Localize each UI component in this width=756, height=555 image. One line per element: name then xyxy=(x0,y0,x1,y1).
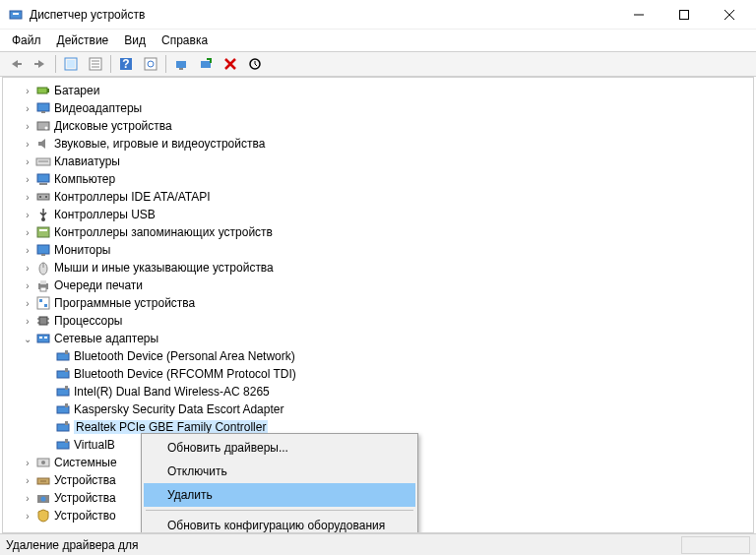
svg-rect-1 xyxy=(13,13,19,15)
menu-view[interactable]: Вид xyxy=(116,31,154,49)
help-button[interactable]: ? xyxy=(114,53,138,75)
expander-icon[interactable]: › xyxy=(21,511,34,522)
tree-device[interactable]: Bluetooth Device (RFCOMM Protocol TDI) xyxy=(11,365,753,383)
category-label: Программные устройства xyxy=(54,296,195,310)
menu-help[interactable]: Справка xyxy=(154,31,216,49)
hid-icon xyxy=(35,472,51,488)
expander-icon[interactable]: › xyxy=(21,156,34,167)
category-label: Мыши и иные указывающие устройства xyxy=(54,261,274,275)
expander-icon[interactable]: › xyxy=(21,86,34,96)
tree-category[interactable]: ›Программные устройства xyxy=(11,294,753,312)
expander-icon[interactable]: › xyxy=(21,210,34,220)
netcard-icon xyxy=(55,348,71,364)
svg-rect-61 xyxy=(65,368,68,372)
show-hidden-button[interactable] xyxy=(59,53,83,75)
tree-category[interactable]: ›Контроллеры запоминающих устройств xyxy=(11,223,753,241)
context-menu-item[interactable]: Обновить драйверы... xyxy=(144,436,415,460)
tree-category[interactable]: ›Контроллеры USB xyxy=(11,206,753,223)
context-menu-item[interactable]: Отключить xyxy=(144,460,415,483)
tree-category[interactable]: ›Батареи xyxy=(11,82,753,99)
app-icon xyxy=(8,7,24,23)
category-label: Видеоадаптеры xyxy=(54,101,142,115)
device-label: VirtualB xyxy=(74,438,115,452)
svg-rect-62 xyxy=(57,389,69,396)
context-menu-item[interactable]: Удалить xyxy=(144,483,415,507)
properties-button[interactable] xyxy=(84,53,107,75)
expander-icon[interactable]: › xyxy=(21,298,34,309)
tree-category[interactable]: ›Видеоадаптеры xyxy=(11,99,753,117)
category-label: Очереди печати xyxy=(54,278,143,292)
svg-rect-19 xyxy=(179,68,183,70)
disable-button[interactable] xyxy=(194,53,218,75)
expander-icon[interactable]: › xyxy=(21,245,34,256)
minimize-button[interactable] xyxy=(616,0,662,30)
expander-icon[interactable]: › xyxy=(21,316,34,327)
device-label: Intel(R) Dual Band Wireless-AC 8265 xyxy=(74,385,270,399)
svg-point-35 xyxy=(39,196,41,198)
tree-device[interactable]: Kaspersky Security Data Escort Adapter xyxy=(11,401,753,418)
update-driver-button[interactable] xyxy=(169,53,193,75)
expander-icon[interactable]: › xyxy=(21,263,34,274)
expander-icon[interactable]: › xyxy=(21,192,34,203)
maximize-button[interactable] xyxy=(662,0,707,30)
category-label: Контроллеры запоминающих устройств xyxy=(54,225,273,239)
device-label: Bluetooth Device (Personal Area Network) xyxy=(74,349,295,363)
expander-icon[interactable]: › xyxy=(21,458,34,468)
network-icon xyxy=(35,331,51,346)
menu-file[interactable]: Файл xyxy=(4,31,49,49)
scan-hardware-button[interactable] xyxy=(243,53,267,75)
svg-rect-20 xyxy=(201,61,211,68)
tree-category[interactable]: ›Процессоры xyxy=(11,312,753,330)
category-label: Клавиатуры xyxy=(54,154,120,168)
tree-category[interactable]: ›Мыши и иные указывающие устройства xyxy=(11,259,753,277)
expander-icon[interactable]: › xyxy=(21,493,34,504)
tree-device[interactable]: Bluetooth Device (Personal Area Network) xyxy=(11,347,753,365)
tree-category[interactable]: ⌄Сетевые адаптеры xyxy=(11,330,753,347)
tree-category[interactable]: ›Звуковые, игровые и видеоустройства xyxy=(11,135,753,153)
svg-rect-27 xyxy=(41,111,45,113)
uninstall-button[interactable] xyxy=(219,53,242,75)
category-label: Компьютер xyxy=(54,172,115,186)
close-button[interactable] xyxy=(707,0,752,30)
tree-category[interactable]: ›Контроллеры IDE ATA/ATAPI xyxy=(11,188,753,206)
svg-rect-41 xyxy=(41,254,45,256)
svg-rect-47 xyxy=(37,297,49,309)
expander-icon[interactable]: › xyxy=(21,227,34,238)
context-menu-item[interactable]: Обновить конфигурацию оборудования xyxy=(144,514,415,533)
tree-category[interactable]: ›Дисковые устройства xyxy=(11,117,753,135)
tree-category[interactable]: ›Очереди печати xyxy=(11,277,753,294)
window-title: Диспетчер устройств xyxy=(30,8,616,22)
svg-rect-66 xyxy=(57,424,69,431)
svg-rect-40 xyxy=(37,245,49,254)
tree-category[interactable]: ›Клавиатуры xyxy=(11,153,753,170)
keyboard-icon xyxy=(35,154,51,169)
menu-action[interactable]: Действие xyxy=(49,31,117,49)
forward-button[interactable] xyxy=(29,53,52,75)
expander-icon[interactable]: › xyxy=(21,139,34,150)
system-icon xyxy=(35,455,51,470)
expander-icon[interactable]: › xyxy=(21,103,34,114)
tree-category[interactable]: ›Компьютер xyxy=(11,170,753,188)
battery-icon xyxy=(35,83,51,98)
netcard-icon xyxy=(55,437,71,453)
menubar: Файл Действие Вид Справка xyxy=(0,30,756,51)
tree-device[interactable]: Intel(R) Dual Band Wireless-AC 8265 xyxy=(11,383,753,401)
svg-rect-69 xyxy=(65,439,68,443)
titlebar: Диспетчер устройств xyxy=(0,0,756,30)
category-label: Батареи xyxy=(54,84,99,97)
svg-point-37 xyxy=(41,217,45,221)
tree-category[interactable]: ›Мониторы xyxy=(11,241,753,259)
expander-icon[interactable]: › xyxy=(21,280,34,291)
expander-icon[interactable]: › xyxy=(21,121,34,132)
expander-icon[interactable]: ⌄ xyxy=(21,334,34,344)
expander-icon[interactable]: › xyxy=(21,174,34,185)
category-label: Звуковые, игровые и видеоустройства xyxy=(54,137,265,151)
expander-icon[interactable]: › xyxy=(21,475,34,486)
category-label: Сетевые адаптеры xyxy=(54,332,158,345)
svg-rect-49 xyxy=(44,304,47,307)
scan-button[interactable] xyxy=(139,53,162,75)
usb-icon xyxy=(35,207,51,222)
svg-rect-58 xyxy=(57,353,69,360)
security-icon xyxy=(35,508,51,524)
back-button[interactable] xyxy=(4,53,28,75)
